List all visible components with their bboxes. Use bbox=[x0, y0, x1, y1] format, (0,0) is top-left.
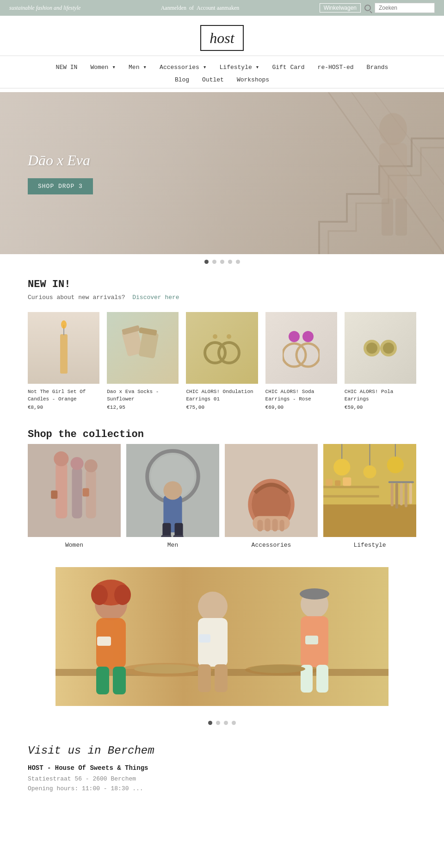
hero-content: Dāo x Eva SHOP DROP 3 bbox=[28, 152, 93, 194]
product-price: €75,00 bbox=[186, 405, 258, 410]
svg-point-15 bbox=[219, 343, 239, 363]
svg-rect-33 bbox=[51, 490, 57, 499]
nav-lifestyle[interactable]: Lifestyle ▾ bbox=[220, 63, 259, 71]
collection-item-lifestyle[interactable]: Lifestyle bbox=[323, 444, 416, 549]
svg-rect-4 bbox=[379, 143, 407, 199]
svg-point-39 bbox=[163, 481, 182, 500]
workshop-banner-wrapper bbox=[28, 567, 416, 706]
visit-hours: Opening hours: 11:00 - 18:30 ... bbox=[28, 785, 416, 792]
nav-women[interactable]: Women ▾ bbox=[90, 63, 116, 71]
cart-search: Winkelwagen bbox=[320, 3, 435, 13]
hero-dot-1[interactable] bbox=[204, 260, 209, 264]
ws-dot-3[interactable] bbox=[224, 721, 228, 725]
svg-point-23 bbox=[366, 343, 377, 354]
svg-point-9 bbox=[61, 320, 67, 329]
svg-point-92 bbox=[134, 664, 199, 674]
login-link[interactable]: Aanmelden bbox=[161, 5, 186, 12]
ws-dot-4[interactable] bbox=[232, 721, 236, 725]
svg-rect-62 bbox=[395, 483, 398, 508]
svg-rect-7 bbox=[60, 334, 68, 374]
product-image[interactable] bbox=[345, 312, 416, 384]
nav-men[interactable]: Men ▾ bbox=[129, 63, 147, 71]
visit-section: Visit us in Berchem HOST - House Of Swee… bbox=[0, 731, 444, 806]
nav-blog[interactable]: Blog bbox=[175, 76, 189, 83]
nav-gift-card[interactable]: Gift Card bbox=[272, 64, 304, 71]
svg-point-18 bbox=[283, 343, 306, 367]
hero-dot-5[interactable] bbox=[236, 260, 240, 264]
discover-link[interactable]: Discover here bbox=[132, 294, 179, 301]
svg-rect-53 bbox=[323, 505, 416, 537]
product-price: €69,00 bbox=[265, 405, 337, 410]
lifestyle-image bbox=[323, 444, 416, 537]
workshop-dots bbox=[0, 715, 444, 731]
accessories-image bbox=[225, 444, 318, 537]
nav-workshops[interactable]: Workshops bbox=[237, 76, 269, 83]
collection-item-accessories[interactable]: Accessories bbox=[225, 444, 318, 549]
svg-point-77 bbox=[91, 585, 108, 605]
women-image bbox=[28, 444, 121, 537]
nav-row-1: NEW IN Women ▾ Men ▾ Accessories ▾ Lifes… bbox=[0, 61, 444, 74]
nav-row-2: Blog Outlet Workshops bbox=[0, 74, 444, 88]
hero-dots bbox=[0, 254, 444, 269]
nav-accessories[interactable]: Accessories ▾ bbox=[160, 63, 206, 71]
svg-point-16 bbox=[213, 334, 217, 339]
product-image[interactable] bbox=[28, 312, 99, 384]
svg-rect-27 bbox=[56, 462, 67, 518]
top-bar: sustainable fashion and lifestyle Aanmel… bbox=[0, 0, 444, 16]
auth-links: Aanmelden of Account aanmaken bbox=[161, 5, 240, 12]
nav-rehosted[interactable]: re-HOST-ed bbox=[318, 64, 354, 71]
visit-store-name: HOST - House Of Sweets & Things bbox=[28, 764, 416, 772]
svg-point-56 bbox=[363, 465, 376, 478]
product-image[interactable] bbox=[186, 312, 258, 384]
products-row: Not The Girl Set Of Candles - Orange €8,… bbox=[28, 312, 416, 410]
collection-grid: Women Me bbox=[28, 444, 416, 549]
collection-image-lifestyle bbox=[323, 444, 416, 537]
hero-title: Dāo x Eva bbox=[28, 152, 93, 169]
svg-point-32 bbox=[85, 459, 98, 472]
collection-item-men[interactable]: Men bbox=[126, 444, 219, 549]
svg-rect-40 bbox=[162, 523, 171, 537]
svg-rect-6 bbox=[395, 199, 407, 236]
collection-label-accessories: Accessories bbox=[225, 542, 318, 549]
product-image[interactable] bbox=[265, 312, 337, 384]
hero-dot-3[interactable] bbox=[220, 260, 224, 264]
product-price: €59,00 bbox=[345, 405, 416, 410]
logo-link[interactable]: host bbox=[200, 37, 243, 44]
cart-button[interactable]: Winkelwagen bbox=[320, 3, 361, 12]
svg-rect-70 bbox=[343, 477, 351, 486]
collection-item-women[interactable]: Women bbox=[28, 444, 121, 549]
hero-dot-2[interactable] bbox=[212, 260, 216, 264]
earrings-rose-icon bbox=[283, 325, 320, 371]
svg-rect-86 bbox=[215, 664, 228, 692]
svg-point-21 bbox=[302, 331, 314, 342]
svg-rect-51 bbox=[280, 520, 284, 531]
collection-label-women: Women bbox=[28, 542, 121, 549]
svg-rect-61 bbox=[391, 483, 394, 506]
new-in-subtitle: Curious about new arrivals? Discover her… bbox=[28, 294, 416, 301]
nav-brands[interactable]: Brands bbox=[367, 64, 388, 71]
svg-rect-50 bbox=[272, 519, 278, 531]
hero-dot-4[interactable] bbox=[228, 260, 232, 264]
collection-label-lifestyle: Lifestyle bbox=[323, 542, 416, 549]
ws-dot-2[interactable] bbox=[216, 721, 220, 725]
nav-outlet[interactable]: Outlet bbox=[202, 76, 224, 83]
svg-rect-95 bbox=[199, 634, 210, 643]
svg-rect-34 bbox=[83, 488, 89, 496]
ws-dot-1[interactable] bbox=[208, 721, 212, 725]
svg-rect-29 bbox=[72, 467, 82, 518]
svg-point-58 bbox=[387, 456, 404, 473]
shop-drop-button[interactable]: SHOP DROP 3 bbox=[28, 178, 93, 194]
product-image[interactable] bbox=[107, 312, 179, 384]
collection-image-women bbox=[28, 444, 121, 537]
earrings-icon bbox=[204, 327, 240, 369]
svg-rect-41 bbox=[175, 523, 183, 537]
svg-rect-43 bbox=[173, 535, 184, 537]
svg-rect-94 bbox=[97, 637, 111, 646]
search-input[interactable] bbox=[375, 3, 435, 13]
svg-rect-68 bbox=[326, 479, 333, 486]
svg-point-17 bbox=[227, 334, 231, 339]
svg-rect-42 bbox=[161, 535, 171, 537]
candle-icon bbox=[50, 320, 78, 376]
register-link[interactable]: Account aanmaken bbox=[197, 5, 239, 12]
nav-new-in[interactable]: NEW IN bbox=[56, 64, 78, 71]
